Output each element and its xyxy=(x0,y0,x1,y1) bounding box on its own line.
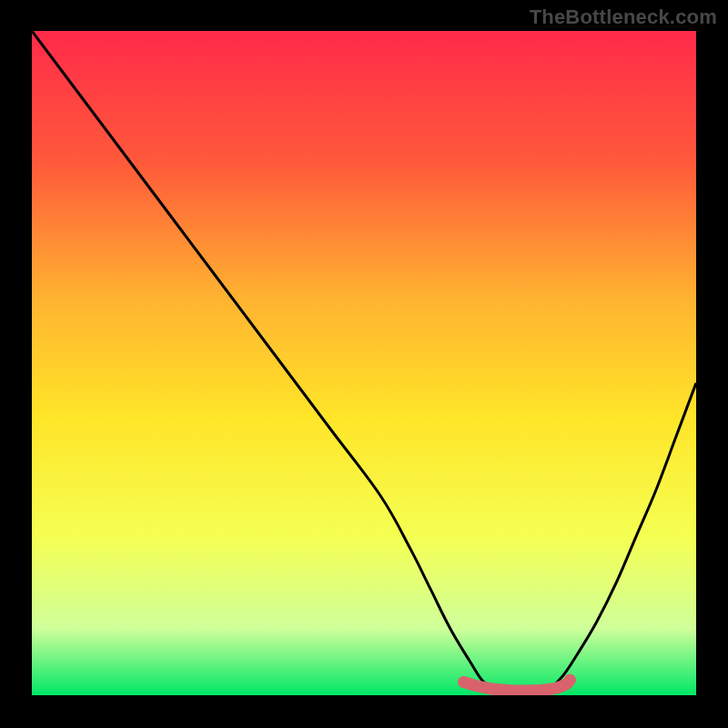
sweet-spot-end-dot xyxy=(564,674,576,686)
chart-frame: TheBottleneck.com xyxy=(0,0,728,728)
plot-area xyxy=(32,31,696,695)
gradient-background xyxy=(32,31,696,695)
chart-svg xyxy=(32,31,696,695)
watermark-text: TheBottleneck.com xyxy=(530,5,717,29)
